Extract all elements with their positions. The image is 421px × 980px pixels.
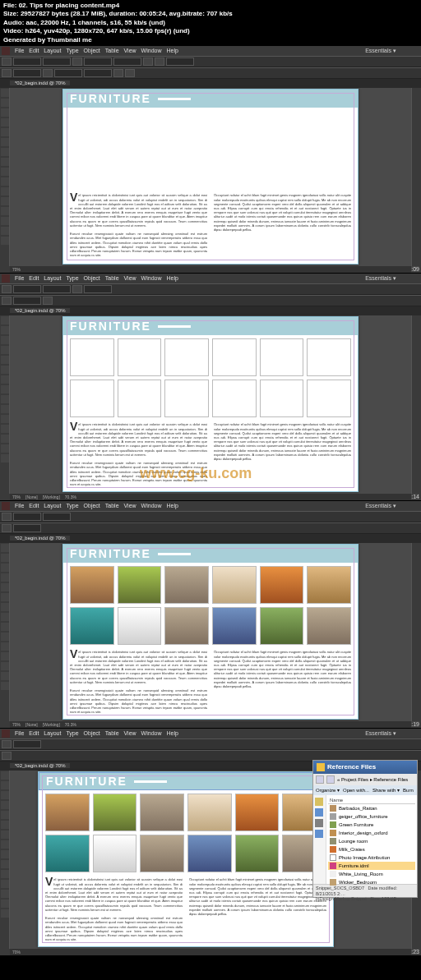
- tool-button[interactable]: [2, 513, 12, 521]
- tool-field[interactable]: [13, 740, 41, 748]
- tool-icon[interactable]: [1, 356, 9, 364]
- app-logo[interactable]: [2, 274, 10, 283]
- tool-icon[interactable]: [1, 811, 9, 819]
- tool-icon[interactable]: [1, 326, 9, 334]
- zoom-readout[interactable]: 70%: [12, 495, 21, 499]
- burn-button[interactable]: Burn: [403, 788, 414, 793]
- furniture-image[interactable]: [118, 607, 162, 645]
- menu-edit[interactable]: Edit: [29, 730, 39, 736]
- tool-field[interactable]: [84, 58, 112, 66]
- empty-frame[interactable]: [307, 338, 351, 376]
- page-tool[interactable]: [1, 108, 9, 117]
- menu-view[interactable]: View: [124, 503, 136, 508]
- menu-layout[interactable]: Layout: [44, 275, 61, 281]
- tool-icon[interactable]: [1, 316, 9, 324]
- pen-tool[interactable]: [1, 148, 9, 156]
- workspace-selector[interactable]: Essentials ▾: [365, 48, 396, 54]
- menu-view[interactable]: View: [124, 730, 136, 736]
- tool-field[interactable]: [43, 285, 71, 293]
- furniture-image[interactable]: [140, 794, 184, 831]
- free-transform-tool[interactable]: [1, 197, 9, 205]
- menu-help[interactable]: Help: [166, 275, 178, 281]
- tool-icon[interactable]: [1, 830, 9, 839]
- tool-icon[interactable]: [1, 890, 9, 898]
- menu-help[interactable]: Help: [166, 48, 178, 53]
- tool-icon[interactable]: [1, 593, 9, 601]
- menu-edit[interactable]: Edit: [29, 48, 39, 53]
- tool-button[interactable]: [2, 285, 12, 293]
- furniture-image[interactable]: [187, 835, 232, 872]
- tool-icon[interactable]: [1, 454, 9, 462]
- tool-button[interactable]: [72, 285, 82, 293]
- tool-button[interactable]: [2, 740, 12, 748]
- forward-button[interactable]: [326, 775, 335, 784]
- right-panels[interactable]: [411, 315, 421, 494]
- tool-field[interactable]: [43, 58, 71, 66]
- tool-icon[interactable]: [1, 564, 9, 572]
- type-tool[interactable]: [1, 128, 9, 136]
- tool-icon[interactable]: [1, 672, 9, 680]
- menu-layout[interactable]: Layout: [44, 48, 61, 53]
- hand-tool[interactable]: [1, 227, 9, 235]
- menu-object[interactable]: Object: [84, 730, 100, 736]
- tool-icon[interactable]: [1, 405, 9, 413]
- tool-icon[interactable]: [1, 583, 9, 591]
- gradient-tool[interactable]: [1, 207, 9, 215]
- tool-icon[interactable]: [1, 781, 9, 789]
- zoom-tool[interactable]: [1, 237, 9, 245]
- furniture-image[interactable]: [212, 566, 257, 604]
- tool-field[interactable]: [13, 524, 41, 532]
- furniture-image[interactable]: [307, 607, 351, 645]
- tool-button[interactable]: [43, 69, 53, 77]
- empty-frame[interactable]: [118, 338, 162, 376]
- pencil-tool[interactable]: [1, 158, 9, 166]
- tool-field[interactable]: [113, 58, 141, 66]
- tool-icon[interactable]: [1, 642, 9, 651]
- tool-icon[interactable]: [1, 850, 9, 858]
- menu-edit[interactable]: Edit: [29, 503, 39, 508]
- menu-window[interactable]: Window: [141, 730, 162, 736]
- canvas[interactable]: FURNITURE Vel ipsam reicientisit is dolo…: [10, 543, 411, 721]
- tool-button[interactable]: [125, 69, 135, 77]
- tool-button[interactable]: [2, 297, 12, 305]
- furniture-image[interactable]: [260, 607, 304, 645]
- tool-icon[interactable]: [1, 791, 9, 799]
- organize-menu[interactable]: Organize ▾: [316, 787, 340, 793]
- tool-button[interactable]: [43, 297, 53, 305]
- file-item[interactable]: Interior_design_oxford: [328, 829, 415, 837]
- zoom-readout[interactable]: 70%: [12, 950, 21, 955]
- menu-layout[interactable]: Layout: [44, 503, 61, 508]
- tool-icon[interactable]: [1, 425, 9, 433]
- back-button[interactable]: [316, 775, 324, 784]
- tool-icon[interactable]: [1, 395, 9, 403]
- tool-icon[interactable]: [1, 821, 9, 829]
- menu-file[interactable]: File: [15, 503, 24, 508]
- tool-icon[interactable]: [1, 385, 9, 393]
- column-name[interactable]: Name: [330, 798, 343, 803]
- furniture-image[interactable]: [235, 835, 280, 872]
- line-tool[interactable]: [1, 138, 9, 146]
- menu-help[interactable]: Help: [166, 503, 178, 508]
- menu-window[interactable]: Window: [141, 275, 162, 281]
- tool-field[interactable]: [166, 58, 194, 66]
- furniture-image[interactable]: [93, 835, 137, 872]
- tool-icon[interactable]: [1, 375, 9, 384]
- tool-icon[interactable]: [1, 554, 9, 562]
- empty-frame[interactable]: [260, 338, 304, 376]
- workspace-selector[interactable]: Essentials ▾: [365, 275, 396, 282]
- tool-button[interactable]: [2, 69, 12, 77]
- furniture-image[interactable]: [70, 566, 114, 604]
- menu-view[interactable]: View: [124, 275, 136, 281]
- menu-type[interactable]: Type: [66, 503, 78, 508]
- menu-type[interactable]: Type: [66, 730, 78, 736]
- canvas[interactable]: FURNITURE Vel ipsam reicientisit is dolo…: [10, 315, 411, 494]
- tool-icon[interactable]: [1, 603, 9, 611]
- tool-field[interactable]: [13, 285, 41, 293]
- tool-field[interactable]: [13, 58, 41, 66]
- tool-icon[interactable]: [1, 366, 9, 374]
- app-logo[interactable]: [2, 47, 10, 55]
- menu-file[interactable]: File: [15, 48, 24, 53]
- file-explorer-window[interactable]: Reference Files « Project Files ▸ Refere…: [312, 760, 418, 898]
- tool-icon[interactable]: [1, 840, 9, 849]
- tool-field[interactable]: [84, 69, 112, 77]
